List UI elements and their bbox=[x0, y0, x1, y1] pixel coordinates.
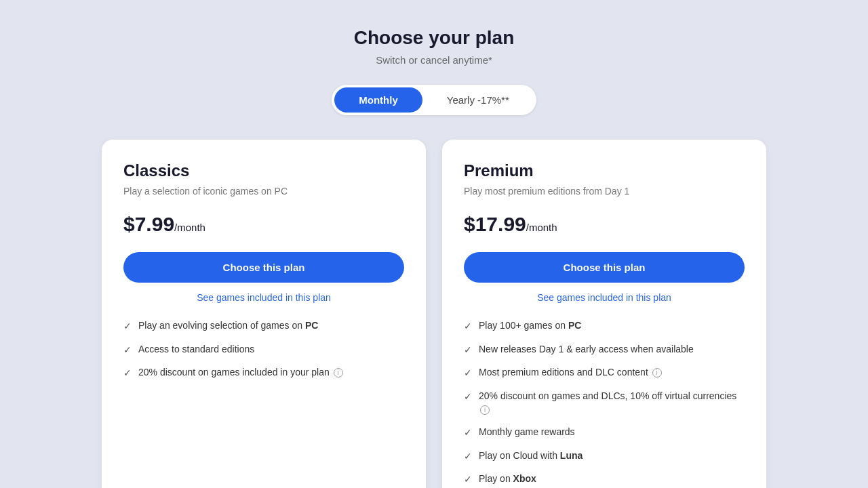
feature-item: ✓ 20% discount on games and DLCs, 10% of… bbox=[464, 390, 745, 416]
premium-price-amount: $17.99 bbox=[464, 213, 526, 235]
feature-item: ✓ Play 100+ games on PC bbox=[464, 319, 745, 333]
check-icon: ✓ bbox=[123, 344, 132, 357]
check-icon: ✓ bbox=[464, 473, 472, 487]
feature-text: Access to standard editions bbox=[138, 343, 254, 357]
feature-text: Play an evolving selection of games on P… bbox=[138, 319, 318, 333]
feature-item: ✓ Monthly game rewards bbox=[464, 426, 745, 440]
feature-item: ✓ Access to standard editions bbox=[123, 343, 404, 357]
premium-price-period: /month bbox=[526, 222, 557, 233]
feature-item: ✓ New releases Day 1 & early access when… bbox=[464, 343, 745, 357]
feature-item: ✓ 20% discount on games included in your… bbox=[123, 366, 404, 380]
page-subtitle: Switch or cancel anytime* bbox=[354, 54, 514, 66]
feature-item: ✓ Play on Xbox bbox=[464, 472, 745, 487]
feature-item: ✓ Play on Cloud with Luna bbox=[464, 449, 745, 464]
page-header: Choose your plan Switch or cancel anytim… bbox=[354, 27, 514, 66]
check-icon: ✓ bbox=[123, 320, 132, 333]
feature-text: 20% discount on games included in your p… bbox=[138, 366, 343, 380]
plans-container: Classics Play a selection of iconic game… bbox=[102, 140, 766, 488]
premium-plan-description: Play most premium editions from Day 1 bbox=[464, 186, 745, 197]
premium-see-games-link[interactable]: See games included in this plan bbox=[464, 292, 745, 303]
info-icon[interactable]: i bbox=[334, 368, 343, 378]
classics-plan-name: Classics bbox=[123, 161, 404, 180]
feature-text: Most premium editions and DLC content i bbox=[479, 366, 662, 380]
feature-item: ✓ Play an evolving selection of games on… bbox=[123, 319, 404, 333]
check-icon: ✓ bbox=[123, 367, 132, 380]
premium-plan-card: Premium Play most premium editions from … bbox=[442, 140, 766, 488]
premium-price-container: $17.99/month bbox=[464, 213, 745, 236]
feature-text: Play on Cloud with Luna bbox=[479, 449, 583, 463]
check-icon: ✓ bbox=[464, 320, 472, 333]
premium-features-list: ✓ Play 100+ games on PC ✓ New releases D… bbox=[464, 319, 745, 487]
check-icon: ✓ bbox=[464, 367, 472, 380]
premium-plan-name: Premium bbox=[464, 161, 745, 180]
monthly-toggle-btn[interactable]: Monthly bbox=[334, 87, 422, 113]
info-icon[interactable]: i bbox=[652, 368, 662, 378]
check-icon: ✓ bbox=[464, 390, 472, 404]
premium-choose-btn[interactable]: Choose this plan bbox=[464, 252, 745, 283]
check-icon: ✓ bbox=[464, 450, 472, 464]
page-title: Choose your plan bbox=[354, 27, 514, 49]
classics-plan-card: Classics Play a selection of iconic game… bbox=[102, 140, 426, 488]
feature-text: 20% discount on games and DLCs, 10% off … bbox=[479, 390, 745, 416]
yearly-toggle-btn[interactable]: Yearly -17%** bbox=[422, 87, 534, 113]
classics-price-amount: $7.99 bbox=[123, 213, 174, 235]
classics-see-games-link[interactable]: See games included in this plan bbox=[123, 292, 404, 303]
classics-choose-btn[interactable]: Choose this plan bbox=[123, 252, 404, 283]
classics-features-list: ✓ Play an evolving selection of games on… bbox=[123, 319, 404, 380]
feature-item: ✓ Most premium editions and DLC content … bbox=[464, 366, 745, 380]
feature-text: Play on Xbox bbox=[479, 472, 536, 486]
check-icon: ✓ bbox=[464, 344, 472, 357]
classics-price-container: $7.99/month bbox=[123, 213, 404, 236]
feature-text: Play 100+ games on PC bbox=[479, 319, 581, 333]
billing-toggle: Monthly Yearly -17%** bbox=[332, 85, 536, 115]
feature-text: New releases Day 1 & early access when a… bbox=[479, 343, 694, 357]
classics-plan-description: Play a selection of iconic games on PC bbox=[123, 186, 404, 197]
classics-price-period: /month bbox=[174, 222, 205, 233]
feature-text: Monthly game rewards bbox=[479, 426, 575, 439]
check-icon: ✓ bbox=[464, 426, 472, 440]
info-icon[interactable]: i bbox=[480, 405, 490, 415]
